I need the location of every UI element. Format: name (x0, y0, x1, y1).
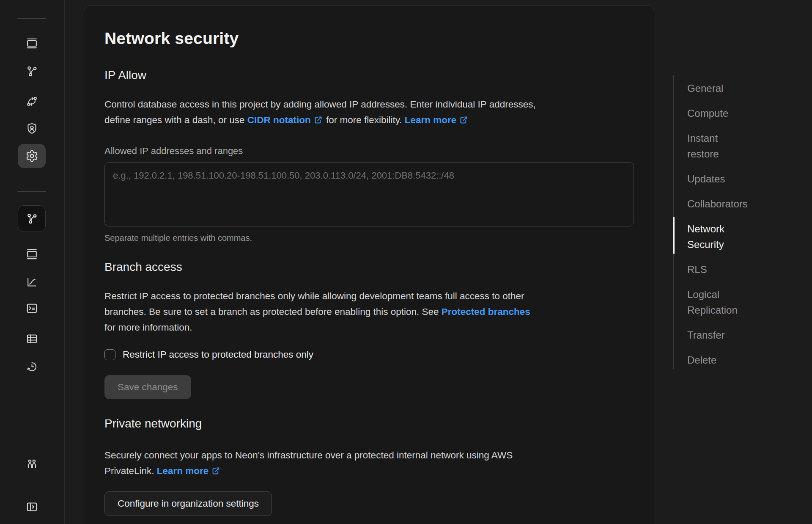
chart-curve-icon (25, 276, 38, 289)
sync-arrows-icon (25, 95, 38, 108)
restrict-ip-checkbox-label: Restrict IP access to protected branches… (123, 349, 313, 360)
window-icon (25, 248, 38, 261)
sidebar-divider (17, 191, 46, 192)
nav-item-compute[interactable]: Compute (687, 105, 763, 121)
ip-input-label: Allowed IP addresses and ranges (104, 143, 634, 159)
nav-item-updates[interactable]: Updates (687, 171, 763, 187)
ip-allow-description: Control database access in this project … (104, 97, 634, 128)
nav-item-general[interactable]: General (687, 80, 763, 96)
branch-access-heading: Branch access (104, 259, 634, 275)
nav-item-logical-replication[interactable]: Logical Replication (687, 287, 763, 318)
git-branch-icon (25, 65, 38, 78)
restrict-ip-checkbox-row[interactable]: Restrict IP access to protected branches… (104, 348, 634, 361)
external-link-icon (459, 116, 468, 124)
save-changes-button[interactable]: Save changes (104, 375, 191, 399)
ip-allow-learn-more-link[interactable]: Learn more (405, 115, 457, 125)
ip-input-helper: Separate multiple entries with commas. (104, 232, 634, 244)
sidebar-item-branches[interactable] (18, 61, 46, 81)
sidebar-item-branch-context[interactable] (18, 205, 46, 232)
ip-allow-description-text: for more flexibility. (324, 115, 405, 125)
private-networking-description: Securely connect your apps to Neon's inf… (104, 447, 634, 479)
restrict-ip-checkbox[interactable] (104, 349, 115, 360)
configure-org-settings-button[interactable]: Configure in organization settings (104, 491, 272, 516)
sidebar-item-sql-editor[interactable] (18, 298, 46, 318)
external-link-icon (211, 466, 220, 475)
sidebar-item-branch-overview[interactable] (18, 244, 46, 264)
history-clock-icon (25, 360, 38, 373)
settings-page-nav: General Compute Instant restore Updates … (673, 75, 796, 369)
sidebar-item-integrations[interactable] (18, 91, 46, 111)
sidebar-divider (17, 18, 46, 19)
table-icon (25, 332, 38, 345)
sidebar-item-people[interactable] (18, 453, 46, 474)
ip-addresses-input[interactable] (104, 162, 634, 226)
panel-right-icon (25, 500, 38, 513)
sidebar-bottom-divider (0, 490, 65, 490)
nav-item-collaborators[interactable]: Collaborators (687, 196, 763, 212)
dashboard-icon (25, 37, 38, 50)
branch-access-description: Restrict IP access to protected branches… (104, 288, 634, 335)
sidebar-item-dashboard[interactable] (18, 33, 46, 53)
sidebar-item-tables[interactable] (18, 328, 46, 349)
sidebar-item-roles[interactable] (18, 118, 46, 138)
branch-access-description-text: for more information. (104, 322, 192, 333)
nav-list: General Compute Instant restore Updates … (673, 75, 796, 368)
nav-item-delete[interactable]: Delete (687, 352, 763, 368)
shield-user-icon (25, 122, 38, 135)
private-networking-learn-more-link[interactable]: Learn more (157, 466, 209, 476)
sidebar-item-monitoring[interactable] (18, 272, 46, 292)
nav-item-instant-restore[interactable]: Instant restore (687, 130, 763, 162)
settings-card: Network security IP Allow Control databa… (84, 6, 654, 524)
private-networking-heading: Private networking (104, 416, 634, 431)
external-link-icon (314, 116, 323, 124)
git-branch-icon (25, 212, 38, 225)
terminal-icon (25, 302, 38, 315)
sidebar-item-restore[interactable] (18, 356, 46, 377)
ip-allow-heading: IP Allow (104, 68, 634, 83)
protected-branches-link[interactable]: Protected branches (442, 306, 530, 317)
nav-item-network-security[interactable]: Network Security (687, 221, 763, 252)
icon-sidebar (0, 0, 65, 524)
app-screen: Network security IP Allow Control databa… (0, 0, 812, 524)
cidr-notation-link[interactable]: CIDR notation (247, 115, 311, 125)
sidebar-collapse-toggle[interactable] (18, 496, 46, 517)
nav-item-transfer[interactable]: Transfer (687, 327, 763, 343)
sidebar-item-settings[interactable] (18, 144, 46, 168)
gear-icon (25, 149, 38, 163)
people-icon (25, 457, 38, 470)
nav-item-rls[interactable]: RLS (687, 262, 763, 277)
page-title: Network security (104, 29, 634, 48)
